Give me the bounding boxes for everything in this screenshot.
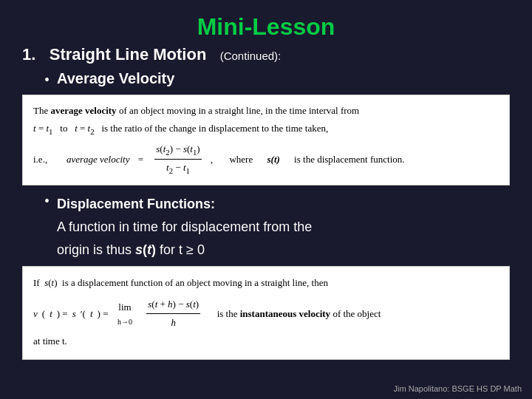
bullet-text-2: Displacement Functions: A function in ti… [57, 191, 312, 260]
bullet-text-1: Average Velocity [57, 70, 174, 87]
slide: Mini-Lesson 1. Straight Line Motion (Con… [0, 0, 532, 399]
avg-vel-fraction: s(t2) − s(t1) t2 − t1 [154, 141, 201, 177]
bullet-marker-2: • [44, 193, 50, 210]
disp-func-line2: A function in time for displacement from… [57, 217, 312, 237]
instantaneous-vel-text: is the instantaneous velocity of the obj… [217, 305, 381, 322]
def-box2-math: v(t) = s′(t) = lim h→0 s(t + h) − s(t) h… [33, 296, 499, 331]
def-box2-line1: If s(t) is a displacement function of an… [33, 274, 499, 291]
disp-func-header: Displacement Functions: [57, 197, 215, 211]
v-t-label: v [33, 305, 38, 322]
disp-func-line3: origin is thus s(t) for t ≥ 0 [57, 240, 312, 260]
section-label: Straight Line Motion [50, 45, 207, 64]
section-continued: (Continued): [220, 50, 282, 62]
derivative-fraction: s(t + h) − s(t) h [146, 296, 200, 331]
deriv-numerator: s(t + h) − s(t) [146, 296, 200, 313]
fraction-numerator: s(t2) − s(t1) [154, 141, 201, 160]
bullet-marker-1: • [44, 72, 50, 89]
def-box1-line2: t = t1 to t = t2 is the ratio of the cha… [33, 120, 499, 138]
ie-label: i.e., [33, 151, 47, 168]
deriv-denominator: h [169, 314, 177, 331]
def-box2-line3: at time t. [33, 332, 499, 349]
def-box1-line1: The average velocity of an object moving… [33, 103, 499, 119]
where-text: where [229, 151, 253, 168]
lim-notation: lim h→0 [117, 299, 132, 329]
comma: , [211, 151, 213, 168]
avg-vel-label: average velocity [66, 151, 130, 168]
footer-attribution: Jim Napolitano: BSGE HS DP Math [394, 384, 522, 393]
bullet-displacement: • Displacement Functions: A function in … [44, 191, 510, 260]
definition-box-instantaneous-velocity: If s(t) is a displacement function of an… [22, 266, 510, 360]
section-number-text: 1. [22, 45, 35, 64]
section-number: 1. Straight Line Motion (Continued): [22, 45, 281, 64]
bullet-average-velocity: • Average Velocity [44, 70, 510, 89]
definition-box-average-velocity: The average velocity of an object moving… [22, 95, 510, 185]
st-function: s(t) [267, 151, 279, 168]
equals-sign: = [135, 151, 146, 168]
is-displacement-text: is the displacement function. [294, 151, 404, 168]
def-box1-math: i.e., average velocity = s(t2) − s(t1) t… [33, 141, 499, 177]
slide-title: Mini-Lesson [22, 13, 510, 41]
lim-subscript: h→0 [117, 316, 132, 329]
lim-label: lim [118, 299, 131, 316]
fraction-denominator: t2 − t1 [165, 160, 191, 177]
